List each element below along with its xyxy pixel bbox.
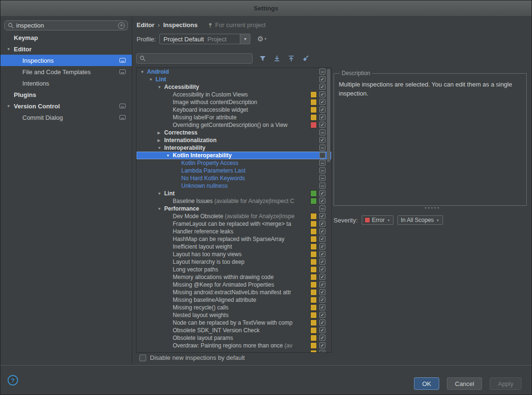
sidebar-search-box[interactable]: ✕ <box>4 20 128 30</box>
inspection-checkbox[interactable]: ✓ <box>319 327 325 333</box>
chevron-down-icon[interactable]: ▼ <box>166 154 172 158</box>
expand-all-button[interactable] <box>273 54 281 63</box>
inspection-checkbox[interactable]: ✓ <box>319 251 325 257</box>
inspection-checkbox[interactable]: ✓ <box>319 259 325 265</box>
inspection-checkbox[interactable]: – <box>319 205 325 212</box>
tree-row-accessibility[interactable]: ▼Accessibility✓ <box>137 83 331 91</box>
inspection-checkbox[interactable]: ✓ <box>319 91 325 97</box>
breadcrumb-parent[interactable]: Editor <box>137 21 155 29</box>
tree-row-accessibility-in-custom-views[interactable]: Accessibility in Custom Views✓ <box>137 91 331 98</box>
profile-actions-button[interactable]: ⚙ ▾ <box>257 35 266 43</box>
inspection-checkbox[interactable]: ✓ <box>319 266 325 272</box>
inspection-checkbox[interactable]: ✓ <box>319 236 325 242</box>
sidebar-item-commit-dialog[interactable]: Commit Dialog <box>0 112 132 123</box>
tree-row-lint[interactable]: ▼Lint✓ <box>137 76 331 83</box>
inspection-checkbox[interactable]: ✓ <box>319 228 325 234</box>
tree-row-baseline-issues[interactable]: Baseline Issues (available for Analyze|I… <box>137 197 331 205</box>
inspection-checkbox[interactable]: ✓ <box>319 312 325 318</box>
cancel-button[interactable]: Cancel <box>447 377 482 390</box>
inspection-checkbox[interactable]: ✓ <box>319 213 325 219</box>
inspection-checkbox[interactable]: ✓ <box>319 122 325 128</box>
tree-row-interoperability[interactable]: ▼Interoperability– <box>137 144 331 152</box>
tree-row-missing-labelfor-attribute[interactable]: Missing labelFor attribute✓ <box>137 114 331 121</box>
inspection-checkbox[interactable]: – <box>319 183 325 189</box>
chevron-down-icon[interactable]: ▼ <box>158 146 163 150</box>
title-bar[interactable]: Settings <box>0 0 532 17</box>
inspection-checkbox[interactable]: ✓ <box>319 342 325 348</box>
tree-row-keyboard-inaccessible-widget[interactable]: Keyboard inaccessible widget✓ <box>137 106 331 114</box>
inspection-checkbox[interactable]: – <box>319 68 325 75</box>
tree-row-memory-allocations-within-drawing-code[interactable]: Memory allocations within drawing code✓ <box>137 273 331 281</box>
tree-row-unknown-nullness[interactable]: Unknown nullness– <box>137 182 331 190</box>
tree-row-item[interactable]: ✓ <box>137 349 331 353</box>
inspection-checkbox[interactable]: ✓ <box>319 84 325 90</box>
tree-row-missing-keep-for-animated-properties[interactable]: Missing @Keep for Animated Properties✓ <box>137 281 331 289</box>
tree-row-layout-has-too-many-views[interactable]: Layout has too many views✓ <box>137 250 331 258</box>
inspection-checkbox[interactable]: ✓ <box>319 198 325 204</box>
inspection-checkbox[interactable]: – <box>319 145 325 151</box>
chevron-right-icon[interactable]: ▶ <box>158 138 163 143</box>
chevron-down-icon[interactable]: ▼ <box>158 192 163 196</box>
tree-row-android[interactable]: ▼Android– <box>137 68 331 76</box>
inspection-checkbox[interactable]: ✓ <box>319 221 325 227</box>
inspection-checkbox[interactable]: – <box>319 167 325 173</box>
sidebar-item-keymap[interactable]: Keymap <box>0 32 132 43</box>
inspection-checkbox[interactable]: ✓ <box>319 289 325 295</box>
reset-inspections-button[interactable] <box>301 54 310 63</box>
inspection-checkbox[interactable]: ✓ <box>319 274 325 280</box>
tree-row-missing-recycle-calls[interactable]: Missing recycle() calls✓ <box>137 304 331 311</box>
tree-row-handler-reference-leaks[interactable]: Handler reference leaks✓ <box>137 228 331 235</box>
help-button[interactable]: ? <box>8 375 18 385</box>
chevron-down-icon[interactable]: ▼ <box>240 34 250 44</box>
tree-row-obsolete-sdk-int-version-check[interactable]: Obsolete SDK_INT Version Check✓ <box>137 327 331 334</box>
tree-row-framelayout-can-be-replaced-with-merge-ta[interactable]: FrameLayout can be replaced with <merge>… <box>137 220 331 228</box>
inspection-checkbox[interactable]: – <box>319 160 325 166</box>
tree-scrollbar[interactable] <box>326 68 331 352</box>
tree-row-long-vector-paths[interactable]: Long vector paths✓ <box>137 266 331 273</box>
severity-combobox[interactable]: Error ▼ <box>362 215 394 225</box>
profile-combobox[interactable]: Project Default Project ▼ <box>159 34 250 44</box>
tree-row-kotlin-interoperability[interactable]: ▼Kotlin Interoperability <box>137 152 331 159</box>
inspection-checkbox[interactable] <box>319 152 325 158</box>
chevron-right-icon[interactable]: ▶ <box>158 131 163 135</box>
sidebar-item-file-and-code-templates[interactable]: File and Code Templates <box>0 66 132 77</box>
sidebar-item-editor[interactable]: ▼Editor <box>0 43 132 55</box>
inspection-checkbox[interactable]: ✓ <box>319 297 325 303</box>
inspection-checkbox[interactable]: ✓ <box>319 281 325 288</box>
sidebar-search-input[interactable] <box>14 22 118 29</box>
tree-row-lint[interactable]: ▼Lint✓ <box>137 190 331 197</box>
tree-row-correctness[interactable]: ▶Correctness– <box>137 129 331 136</box>
inspection-checkbox[interactable]: ✓ <box>319 114 325 120</box>
chevron-down-icon[interactable]: ▼ <box>140 70 146 74</box>
inspection-checkbox[interactable]: ✓ <box>319 243 325 250</box>
scope-combobox[interactable]: In All Scopes ▼ <box>397 215 443 225</box>
tree-row-hashmap-can-be-replaced-with-sparsearray[interactable]: HashMap can be replaced with SparseArray… <box>137 235 331 243</box>
inspection-checkbox[interactable]: ✓ <box>319 99 325 105</box>
clear-search-icon[interactable]: ✕ <box>118 22 125 29</box>
tree-row-no-hard-kotlin-keywords[interactable]: No Hard Kotlin Keywords– <box>137 174 331 182</box>
tree-row-kotlin-property-access[interactable]: Kotlin Property Access– <box>137 159 331 167</box>
inspection-checkbox[interactable]: ✓ <box>319 319 325 326</box>
sidebar-item-plugins[interactable]: Plugins <box>0 89 132 100</box>
chevron-down-icon[interactable]: ▼ <box>149 77 155 82</box>
tree-row-layout-hierarchy-is-too-deep[interactable]: Layout hierarchy is too deep✓ <box>137 258 331 266</box>
tree-row-node-can-be-replaced-by-a-textview-with-comp[interactable]: Node can be replaced by a TextView with … <box>137 319 331 327</box>
inspection-checkbox[interactable]: ✓ <box>319 106 325 113</box>
chevron-down-icon[interactable]: ▼ <box>158 85 163 89</box>
tree-row-inefficient-layout-weight[interactable]: Inefficient layout weight✓ <box>137 243 331 250</box>
inspection-checkbox[interactable]: ✓ <box>319 304 325 310</box>
tree-row-missing-baselinealigned-attribute[interactable]: Missing baselineAligned attribute✓ <box>137 296 331 304</box>
filter-button[interactable] <box>258 54 267 63</box>
sidebar-item-version-control[interactable]: ▼Version Control <box>0 100 132 112</box>
scrollbar-thumb[interactable] <box>327 69 330 162</box>
chevron-down-icon[interactable]: ▼ <box>158 207 163 211</box>
tree-row-overdraw-painting-regions-more-than-once[interactable]: Overdraw: Painting regions more than onc… <box>137 342 331 349</box>
tree-row-performance[interactable]: ▼Performance– <box>137 205 331 212</box>
ok-button[interactable]: OK <box>414 377 439 390</box>
tree-row-nested-layout-weights[interactable]: Nested layout weights✓ <box>137 311 331 319</box>
inspection-checkbox[interactable]: ✓ <box>319 76 325 82</box>
tree-row-lambda-parameters-last[interactable]: Lambda Parameters Last– <box>137 167 331 174</box>
tree-row-overriding-getcontentdescription-on-a-view[interactable]: Overriding getContentDescription() on a … <box>137 121 331 129</box>
tree-row-dev-mode-obsolete[interactable]: Dev Mode Obsolete (available for Analyze… <box>137 212 331 220</box>
inspections-search-input[interactable] <box>146 55 249 62</box>
